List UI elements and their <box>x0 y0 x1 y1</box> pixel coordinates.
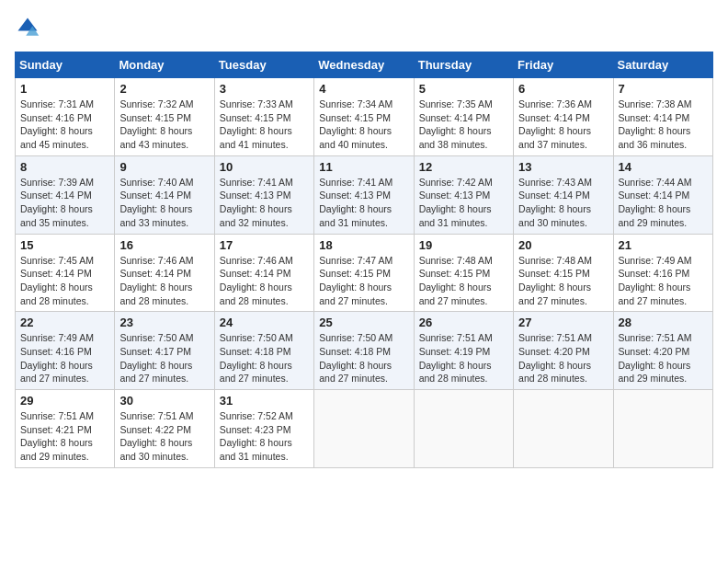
calendar-cell <box>414 390 513 468</box>
day-number: 30 <box>119 394 209 408</box>
day-number: 5 <box>419 82 508 96</box>
day-number: 21 <box>619 238 708 252</box>
day-number: 28 <box>619 316 708 329</box>
logo-icon <box>15 15 40 40</box>
day-info: Sunrise: 7:49 AMSunset: 4:16 PMDaylight:… <box>619 254 708 308</box>
weekday-header-friday: Friday <box>514 52 613 78</box>
day-info: Sunrise: 7:50 AMSunset: 4:17 PMDaylight:… <box>119 331 209 385</box>
day-info: Sunrise: 7:36 AMSunset: 4:14 PMDaylight:… <box>518 98 608 152</box>
day-number: 16 <box>119 238 209 252</box>
day-number: 26 <box>419 316 508 329</box>
calendar-cell: 13Sunrise: 7:43 AMSunset: 4:14 PMDayligh… <box>514 155 613 234</box>
day-number: 24 <box>220 316 309 329</box>
day-info: Sunrise: 7:39 AMSunset: 4:14 PMDaylight:… <box>20 176 109 230</box>
day-number: 11 <box>319 160 408 174</box>
day-number: 10 <box>220 160 309 174</box>
day-number: 18 <box>319 238 408 252</box>
calendar-cell <box>314 390 414 468</box>
day-info: Sunrise: 7:49 AMSunset: 4:16 PMDaylight:… <box>20 331 109 385</box>
calendar-cell: 7Sunrise: 7:38 AMSunset: 4:14 PMDaylight… <box>613 78 712 156</box>
day-number: 15 <box>20 238 109 252</box>
day-number: 17 <box>220 238 309 252</box>
calendar-cell: 24Sunrise: 7:50 AMSunset: 4:18 PMDayligh… <box>214 312 313 390</box>
calendar-cell: 1Sunrise: 7:31 AMSunset: 4:16 PMDaylight… <box>16 78 115 156</box>
calendar-cell: 5Sunrise: 7:35 AMSunset: 4:14 PMDaylight… <box>414 78 513 156</box>
calendar-cell: 30Sunrise: 7:51 AMSunset: 4:22 PMDayligh… <box>115 390 214 468</box>
calendar-body: 1Sunrise: 7:31 AMSunset: 4:16 PMDaylight… <box>16 78 713 468</box>
weekday-header-wednesday: Wednesday <box>314 52 414 78</box>
day-info: Sunrise: 7:40 AMSunset: 4:14 PMDaylight:… <box>119 176 209 230</box>
day-number: 4 <box>319 82 408 96</box>
day-info: Sunrise: 7:51 AMSunset: 4:20 PMDaylight:… <box>518 331 608 385</box>
calendar-cell: 21Sunrise: 7:49 AMSunset: 4:16 PMDayligh… <box>613 234 712 312</box>
day-info: Sunrise: 7:51 AMSunset: 4:19 PMDaylight:… <box>419 331 508 385</box>
day-info: Sunrise: 7:43 AMSunset: 4:14 PMDaylight:… <box>518 176 608 230</box>
calendar-cell: 19Sunrise: 7:48 AMSunset: 4:15 PMDayligh… <box>414 234 513 312</box>
day-info: Sunrise: 7:51 AMSunset: 4:21 PMDaylight:… <box>20 409 109 464</box>
calendar-cell: 12Sunrise: 7:42 AMSunset: 4:13 PMDayligh… <box>414 155 513 234</box>
day-number: 3 <box>220 82 309 96</box>
day-number: 6 <box>518 82 608 96</box>
weekday-header-sunday: Sunday <box>16 52 115 78</box>
calendar-cell: 20Sunrise: 7:48 AMSunset: 4:15 PMDayligh… <box>514 234 613 312</box>
day-number: 7 <box>619 82 708 96</box>
day-info: Sunrise: 7:41 AMSunset: 4:13 PMDaylight:… <box>220 176 309 230</box>
day-number: 19 <box>419 238 508 252</box>
day-number: 1 <box>20 82 109 96</box>
calendar-cell: 31Sunrise: 7:52 AMSunset: 4:23 PMDayligh… <box>214 390 313 468</box>
day-number: 25 <box>319 316 408 329</box>
day-info: Sunrise: 7:33 AMSunset: 4:15 PMDaylight:… <box>220 98 309 152</box>
calendar-cell: 18Sunrise: 7:47 AMSunset: 4:15 PMDayligh… <box>314 234 414 312</box>
calendar-cell: 10Sunrise: 7:41 AMSunset: 4:13 PMDayligh… <box>214 155 313 234</box>
logo <box>15 15 44 40</box>
day-number: 8 <box>20 160 109 174</box>
day-info: Sunrise: 7:44 AMSunset: 4:14 PMDaylight:… <box>619 176 708 230</box>
calendar-week-4: 22Sunrise: 7:49 AMSunset: 4:16 PMDayligh… <box>16 312 713 390</box>
day-number: 20 <box>518 238 608 252</box>
day-info: Sunrise: 7:51 AMSunset: 4:20 PMDaylight:… <box>619 331 708 385</box>
day-number: 9 <box>119 160 209 174</box>
calendar-cell <box>514 390 613 468</box>
calendar-cell: 11Sunrise: 7:41 AMSunset: 4:13 PMDayligh… <box>314 155 414 234</box>
day-info: Sunrise: 7:31 AMSunset: 4:16 PMDaylight:… <box>20 98 109 152</box>
calendar-cell: 9Sunrise: 7:40 AMSunset: 4:14 PMDaylight… <box>115 155 214 234</box>
calendar-week-3: 15Sunrise: 7:45 AMSunset: 4:14 PMDayligh… <box>16 234 713 312</box>
calendar-cell: 4Sunrise: 7:34 AMSunset: 4:15 PMDaylight… <box>314 78 414 156</box>
day-info: Sunrise: 7:48 AMSunset: 4:15 PMDaylight:… <box>419 254 508 308</box>
page-header <box>15 15 713 40</box>
day-info: Sunrise: 7:51 AMSunset: 4:22 PMDaylight:… <box>119 409 209 464</box>
day-info: Sunrise: 7:35 AMSunset: 4:14 PMDaylight:… <box>419 98 508 152</box>
weekday-header-monday: Monday <box>115 52 214 78</box>
day-number: 14 <box>619 160 708 174</box>
day-number: 29 <box>20 394 109 408</box>
calendar-cell: 25Sunrise: 7:50 AMSunset: 4:18 PMDayligh… <box>314 312 414 390</box>
calendar-cell: 28Sunrise: 7:51 AMSunset: 4:20 PMDayligh… <box>613 312 712 390</box>
calendar-week-2: 8Sunrise: 7:39 AMSunset: 4:14 PMDaylight… <box>16 155 713 234</box>
calendar-cell: 15Sunrise: 7:45 AMSunset: 4:14 PMDayligh… <box>16 234 115 312</box>
day-info: Sunrise: 7:34 AMSunset: 4:15 PMDaylight:… <box>319 98 408 152</box>
day-info: Sunrise: 7:38 AMSunset: 4:14 PMDaylight:… <box>619 98 708 152</box>
calendar-table: SundayMondayTuesdayWednesdayThursdayFrid… <box>15 52 713 468</box>
weekday-header-thursday: Thursday <box>414 52 513 78</box>
day-number: 31 <box>220 394 309 408</box>
day-number: 27 <box>518 316 608 329</box>
calendar-cell: 22Sunrise: 7:49 AMSunset: 4:16 PMDayligh… <box>16 312 115 390</box>
day-info: Sunrise: 7:50 AMSunset: 4:18 PMDaylight:… <box>319 331 408 385</box>
day-number: 23 <box>119 316 209 329</box>
calendar-cell: 26Sunrise: 7:51 AMSunset: 4:19 PMDayligh… <box>414 312 513 390</box>
calendar-cell: 6Sunrise: 7:36 AMSunset: 4:14 PMDaylight… <box>514 78 613 156</box>
day-info: Sunrise: 7:48 AMSunset: 4:15 PMDaylight:… <box>518 254 608 308</box>
calendar-week-5: 29Sunrise: 7:51 AMSunset: 4:21 PMDayligh… <box>16 390 713 468</box>
day-info: Sunrise: 7:46 AMSunset: 4:14 PMDaylight:… <box>220 254 309 308</box>
day-number: 22 <box>20 316 109 329</box>
day-info: Sunrise: 7:42 AMSunset: 4:13 PMDaylight:… <box>419 176 508 230</box>
calendar-week-1: 1Sunrise: 7:31 AMSunset: 4:16 PMDaylight… <box>16 78 713 156</box>
calendar-cell: 23Sunrise: 7:50 AMSunset: 4:17 PMDayligh… <box>115 312 214 390</box>
calendar-cell: 2Sunrise: 7:32 AMSunset: 4:15 PMDaylight… <box>115 78 214 156</box>
weekday-row: SundayMondayTuesdayWednesdayThursdayFrid… <box>16 52 713 78</box>
day-info: Sunrise: 7:50 AMSunset: 4:18 PMDaylight:… <box>220 331 309 385</box>
calendar-cell: 17Sunrise: 7:46 AMSunset: 4:14 PMDayligh… <box>214 234 313 312</box>
day-info: Sunrise: 7:52 AMSunset: 4:23 PMDaylight:… <box>220 409 309 464</box>
calendar-cell: 29Sunrise: 7:51 AMSunset: 4:21 PMDayligh… <box>16 390 115 468</box>
calendar-cell <box>613 390 712 468</box>
